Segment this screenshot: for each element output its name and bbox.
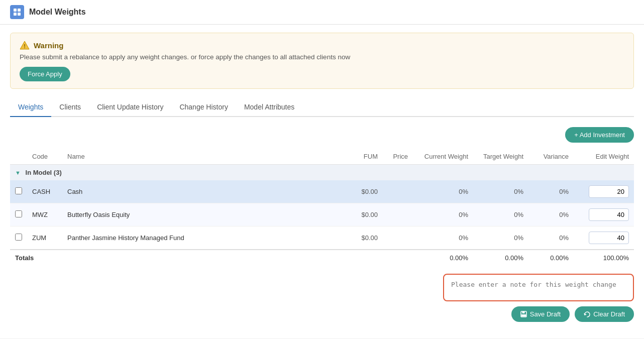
- clear-draft-label: Clear Draft: [593, 310, 625, 318]
- row-code: CASH: [27, 180, 62, 203]
- svg-rect-8: [521, 314, 526, 316]
- row-price: [383, 227, 413, 250]
- svg-rect-0: [14, 9, 17, 12]
- tab-change-history[interactable]: Change History: [171, 98, 236, 117]
- row-variance: 0%: [528, 227, 574, 250]
- col-edit-weight: Edit Weight: [574, 149, 634, 165]
- note-input[interactable]: [443, 274, 634, 301]
- row-price: [383, 180, 413, 203]
- row-code: ZUM: [27, 227, 62, 250]
- row-variance: 0%: [528, 203, 574, 227]
- totals-row: Totals 0.00% 0.00% 0.00% 100.00%: [10, 250, 634, 266]
- table-row: CASH Cash $0.00 0% 0% 0%: [10, 180, 634, 203]
- add-investment-button[interactable]: + Add Investment: [565, 127, 634, 143]
- row-variance: 0%: [528, 180, 574, 203]
- group-label: In Model (3): [26, 169, 62, 176]
- page-title: Model Weights: [29, 8, 86, 17]
- col-code: Code: [27, 149, 62, 165]
- save-draft-label: Save Draft: [530, 310, 561, 318]
- row-code: MWZ: [27, 203, 62, 227]
- row-current-weight: 0%: [413, 203, 473, 227]
- svg-rect-1: [18, 9, 21, 12]
- table-row: ZUM Panther Jasmine History Managed Fund…: [10, 227, 634, 250]
- row-fum: $0.00: [343, 203, 383, 227]
- col-variance: Variance: [528, 149, 574, 165]
- row-current-weight: 0%: [413, 180, 473, 203]
- row-target-weight: 0%: [473, 180, 528, 203]
- warning-title: Warning: [34, 41, 63, 50]
- tab-clients[interactable]: Clients: [51, 98, 89, 117]
- force-apply-button[interactable]: Force Apply: [20, 67, 70, 81]
- row-fum: $0.00: [343, 227, 383, 250]
- table-row: MWZ Butterfly Oasis Equity $0.00 0% 0% 0…: [10, 203, 634, 227]
- tab-model-attributes[interactable]: Model Attributes: [236, 98, 302, 117]
- col-fum: FUM: [343, 149, 383, 165]
- save-draft-button[interactable]: Save Draft: [511, 306, 570, 322]
- row-checkbox-cell[interactable]: [10, 203, 27, 227]
- totals-target-weight: 0.00%: [473, 250, 528, 266]
- row-target-weight: 0%: [473, 203, 528, 227]
- toolbar: + Add Investment: [10, 127, 634, 143]
- totals-edit-weight: 100.00%: [574, 250, 634, 266]
- col-name: Name: [62, 149, 343, 165]
- col-current-weight: Current Weight: [413, 149, 473, 165]
- bottom-section: Save Draft Clear Draft: [10, 274, 634, 322]
- main-content: ! Warning Please submit a rebalance to a…: [0, 25, 644, 338]
- row-name: Cash: [62, 180, 343, 203]
- row-edit-weight-cell: [574, 227, 634, 250]
- edit-weight-input[interactable]: [589, 208, 629, 221]
- warning-message: Please submit a rebalance to apply any w…: [20, 53, 624, 61]
- svg-rect-3: [18, 13, 21, 16]
- group-chevron-icon: ▼: [15, 170, 21, 176]
- edit-weight-input[interactable]: [589, 185, 629, 198]
- totals-current-weight: 0.00%: [413, 250, 473, 266]
- svg-text:!: !: [24, 43, 26, 49]
- row-fum: $0.00: [343, 180, 383, 203]
- row-current-weight: 0%: [413, 227, 473, 250]
- col-checkbox: [10, 149, 27, 165]
- row-checkbox[interactable]: [15, 210, 22, 217]
- col-target-weight: Target Weight: [473, 149, 528, 165]
- weights-table: Code Name FUM Price Current Weight Targe…: [10, 149, 634, 266]
- svg-rect-2: [14, 13, 17, 16]
- row-edit-weight-cell: [574, 180, 634, 203]
- row-checkbox[interactable]: [15, 234, 22, 241]
- table-header: Code Name FUM Price Current Weight Targe…: [10, 149, 634, 165]
- tab-weights[interactable]: Weights: [10, 98, 51, 117]
- row-price: [383, 203, 413, 227]
- col-price: Price: [383, 149, 413, 165]
- group-row-in-model: ▼ In Model (3): [10, 165, 634, 181]
- action-buttons: Save Draft Clear Draft: [511, 306, 634, 322]
- warning-icon: !: [20, 40, 30, 50]
- row-name: Panther Jasmine History Managed Fund: [62, 227, 343, 250]
- table-body: ▼ In Model (3) CASH Cash $0.00 0% 0% 0%: [10, 165, 634, 266]
- warning-header: ! Warning: [20, 40, 624, 50]
- totals-label: Totals: [15, 254, 34, 262]
- tab-client-update-history[interactable]: Client Update History: [89, 98, 171, 117]
- row-name: Butterfly Oasis Equity: [62, 203, 343, 227]
- page-icon: [10, 5, 24, 19]
- clear-draft-button[interactable]: Clear Draft: [575, 306, 634, 322]
- svg-rect-7: [522, 311, 524, 313]
- top-bar: Model Weights: [0, 0, 644, 25]
- edit-weight-input[interactable]: [589, 232, 629, 244]
- warning-box: ! Warning Please submit a rebalance to a…: [10, 33, 634, 89]
- row-checkbox-cell[interactable]: [10, 227, 27, 250]
- tabs-container: Weights Clients Client Update History Ch…: [10, 98, 634, 117]
- row-target-weight: 0%: [473, 227, 528, 250]
- row-edit-weight-cell: [574, 203, 634, 227]
- row-checkbox-cell[interactable]: [10, 180, 27, 203]
- row-checkbox[interactable]: [15, 187, 22, 194]
- totals-variance: 0.00%: [528, 250, 574, 266]
